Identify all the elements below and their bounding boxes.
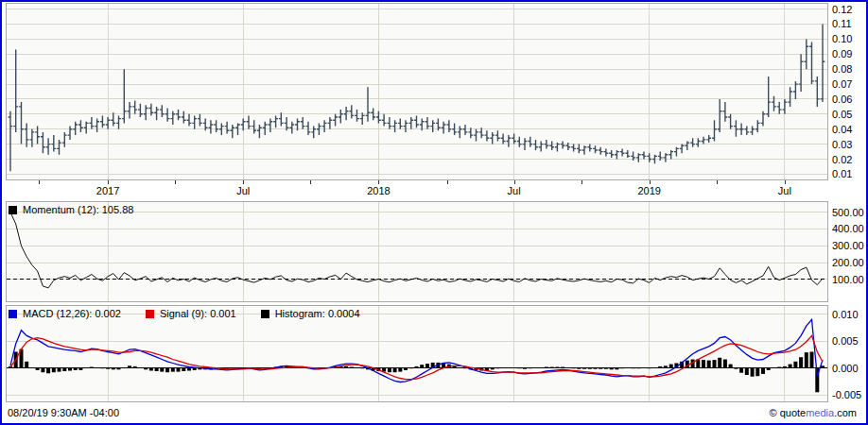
brand-media: media [806,407,834,418]
signal-legend-label: Signal (9): 0.001 [160,308,236,320]
histogram-legend-item: Histogram: 0.0004 [261,308,360,320]
y-axis-label: 0.02 [832,154,852,165]
macd-legend-label: MACD (12,26): 0.002 [23,308,121,320]
momentum-plot: Momentum (12): 105.88 [6,201,828,302]
y-axis-label: 100.00 [832,274,864,285]
y-axis-label: 0.010 [832,309,859,320]
x-axis-label: 2019 [629,185,670,196]
y-axis-label: 200.00 [832,257,864,268]
status-bar: 08/20/19 9:30AM -04:00 © quotemedia.com [2,403,866,422]
price-y-axis: 0.120.110.100.090.080.070.060.050.040.03… [828,3,866,180]
y-axis-label: 500.00 [832,207,864,218]
momentum-legend-label: Momentum (12): 105.88 [23,204,133,216]
timestamp: 08/20/19 9:30AM -04:00 [8,407,119,418]
momentum-legend: Momentum (12): 105.88 [9,204,158,216]
x-axis-label: 2017 [87,185,129,196]
y-axis-label: 400.00 [832,223,864,234]
time-axis-tick [108,180,109,184]
y-axis-label: 0.05 [832,109,852,120]
histogram-swatch-icon [261,310,269,318]
histogram-legend-label: Histogram: 0.0004 [275,308,360,320]
macd-y-axis: 0.0100.0050.000-0.005 [828,305,866,402]
time-axis-tick [514,180,515,184]
y-axis-label: 0.08 [832,63,852,75]
time-axis-tick [310,180,311,184]
y-axis-label: 0.000 [832,363,859,374]
time-axis-tick [39,180,40,184]
macd-legend: MACD (12,26): 0.002 Signal (9): 0.001 Hi… [9,308,385,320]
time-axis-tick [175,180,176,184]
price-plot [6,3,828,180]
y-axis-label: 0.10 [832,33,852,44]
price-panel: 0.120.110.100.090.080.070.060.050.040.03… [6,3,866,180]
time-axis-tick [785,180,786,184]
time-axis-tick [582,180,582,184]
time-axis-tick [717,180,718,184]
y-axis-label: 300.00 [832,240,864,251]
momentum-swatch-icon [9,206,17,214]
y-axis-label: 0.11 [832,18,852,29]
macd-plot: MACD (12,26): 0.002 Signal (9): 0.001 Hi… [6,305,828,402]
signal-swatch-icon [146,310,154,318]
x-axis-label: Jul [764,185,806,196]
x-axis-label: Jul [222,185,264,196]
y-axis-label: 0.04 [832,124,852,135]
momentum-legend-item: Momentum (12): 105.88 [9,204,133,216]
y-axis-label: -0.005 [832,389,861,400]
time-axis-tick [650,180,651,184]
x-axis-label: Jul [494,185,535,196]
time-axis-tick [447,180,448,184]
time-axis-tick [243,180,244,184]
time-axis: 2017Jul2018Jul2019Jul [6,180,866,201]
y-axis-label: 0.06 [832,94,852,105]
macd-legend-item: MACD (12,26): 0.002 [9,308,121,320]
momentum-panel: Momentum (12): 105.88 500.00400.00300.00… [6,201,866,302]
brand-prefix: © quote [769,407,806,418]
signal-legend-item: Signal (9): 0.001 [146,308,236,320]
branding: © quotemedia.com [769,407,857,418]
y-axis-label: 0.09 [832,48,852,60]
y-axis-label: 0.07 [832,78,852,90]
x-axis-label: 2018 [357,185,399,196]
y-axis-label: 0.03 [832,139,852,150]
y-axis-label: 0.005 [832,335,859,347]
brand-suffix: .com [834,407,857,418]
macd-swatch-icon [9,310,17,318]
chart-window: 0.120.110.100.090.080.070.060.050.040.03… [0,0,868,425]
macd-panel: MACD (12,26): 0.002 Signal (9): 0.001 Hi… [6,305,866,402]
y-axis-label: 0.12 [832,4,852,15]
momentum-y-axis: 500.00400.00300.00200.00100.00 [828,201,866,302]
y-axis-label: 0.01 [832,168,852,179]
time-axis-tick [378,180,379,184]
